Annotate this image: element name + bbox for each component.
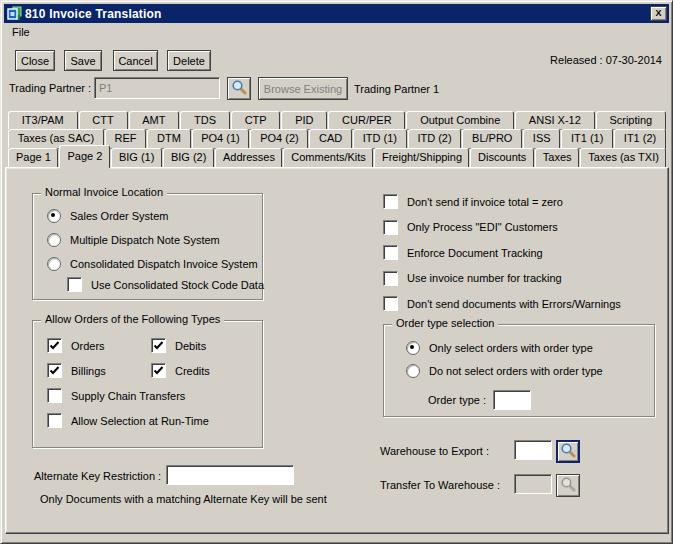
checkbox-debits[interactable]: [151, 338, 166, 353]
tab-amt[interactable]: AMT: [129, 111, 180, 130]
tab-scripting[interactable]: Scripting: [596, 111, 666, 130]
normal-invoice-location-group: Normal Invoice Location Sales Order Syst…: [32, 193, 263, 300]
checkbox-allow-selection-at-run-time[interactable]: [47, 413, 62, 428]
group-title: Order type selection: [392, 317, 498, 329]
order-type-input[interactable]: [493, 390, 531, 410]
checkbox-cell-credits[interactable]: Credits: [151, 363, 246, 378]
tab-it1-1[interactable]: IT1 (1): [561, 129, 613, 149]
transfer-to-warehouse-search-button[interactable]: [556, 474, 580, 497]
radio-row-multiple-dispatch[interactable]: Multiple Dispatch Note System: [47, 233, 262, 247]
radio-sales-order-system[interactable]: [47, 209, 61, 223]
tab-ctt[interactable]: CTT: [79, 111, 128, 130]
checkbox-row-allow-selection[interactable]: Allow Selection at Run-Time: [47, 413, 262, 428]
tab-itd-2[interactable]: ITD (2): [408, 129, 462, 149]
dialog-810-invoice-translation: 810 Invoice Translation X File Close Sav…: [0, 0, 673, 544]
checkbox-use-consolidated-stock-code-data[interactable]: [67, 277, 82, 292]
close-button[interactable]: Close: [15, 50, 55, 71]
transfer-to-warehouse-label: Transfer To Warehouse :: [380, 479, 500, 491]
tab-strip: IT3/PAM CTT AMT TDS CTP PID CUR/PER Outp…: [8, 111, 667, 168]
checkbox-row-supply-chain[interactable]: Supply Chain Transfers: [47, 388, 262, 403]
warehouse-to-export-search-button[interactable]: [556, 440, 580, 463]
radio-row-do-not-select[interactable]: Do not select orders with order type: [406, 364, 654, 378]
checkbox-credits[interactable]: [151, 363, 166, 378]
tab-iss[interactable]: ISS: [523, 129, 560, 149]
checkbox-dont-send-documents-with-errors-warnings[interactable]: [383, 296, 398, 311]
checkbox-cell-orders[interactable]: Orders: [47, 338, 142, 353]
radio-label: Consolidated Dispatch Invoice System: [70, 258, 258, 270]
tab-ansi-x12[interactable]: ANSI X-12: [515, 111, 595, 130]
radio-row-sales-order-system[interactable]: Sales Order System: [47, 209, 262, 223]
checkbox-label: Don't send documents with Errors/Warning…: [407, 298, 621, 310]
tab-cad[interactable]: CAD: [309, 129, 352, 149]
window-close-button[interactable]: X: [650, 6, 667, 21]
radio-multiple-dispatch-note-system[interactable]: [47, 233, 61, 247]
checkbox-row: Billings Credits: [47, 363, 262, 378]
checkbox-label: Only Process "EDI" Customers: [407, 221, 558, 233]
tab-ctp[interactable]: CTP: [231, 111, 281, 130]
radio-only-select-orders-with-order-type[interactable]: [406, 341, 420, 355]
radio-row-only-select[interactable]: Only select orders with order type: [406, 341, 654, 355]
cancel-button[interactable]: Cancel: [113, 50, 158, 71]
tab-po4-2[interactable]: PO4 (2): [250, 129, 308, 149]
alternate-key-restriction-label: Alternate Key Restriction :: [34, 470, 161, 482]
checkbox-label: Billings: [71, 365, 106, 377]
allow-orders-group: Allow Orders of the Following Types Orde…: [32, 320, 263, 448]
checkbox-label: Enforce Document Tracking: [407, 247, 543, 259]
tab-ref[interactable]: REF: [105, 129, 146, 149]
tab-cur-per[interactable]: CUR/PER: [328, 111, 405, 130]
checkbox-row-use-consolidated[interactable]: Use Consolidated Stock Code Data: [67, 277, 262, 292]
tab-tds[interactable]: TDS: [180, 111, 230, 130]
tab-itd-1[interactable]: ITD (1): [353, 129, 407, 149]
warehouse-to-export-label: Warehouse to Export :: [380, 445, 489, 457]
checkbox-label: Don't send if invoice total = zero: [407, 196, 563, 208]
checkbox-orders[interactable]: [47, 338, 62, 353]
save-button[interactable]: Save: [64, 50, 102, 71]
tab-page-1[interactable]: Page 1: [8, 148, 58, 168]
tab-discounts[interactable]: Discounts: [470, 148, 534, 168]
checkbox-row: Orders Debits: [47, 338, 262, 353]
checkbox-only-process-edi-customers[interactable]: [383, 220, 398, 235]
radio-consolidated-dispatch-invoice-system[interactable]: [47, 257, 61, 271]
checkbox-row-dont-send-zero[interactable]: Don't send if invoice total = zero: [383, 194, 621, 209]
checkbox-cell-debits[interactable]: Debits: [151, 338, 246, 353]
alternate-key-restriction-input[interactable]: [166, 465, 294, 485]
tab-taxes-as-txi[interactable]: Taxes (as TXI): [580, 148, 666, 168]
tab-output-combine[interactable]: Output Combine: [406, 111, 514, 130]
checkbox-enforce-document-tracking[interactable]: [383, 245, 398, 260]
checkbox-row-only-process-edi[interactable]: Only Process "EDI" Customers: [383, 220, 621, 235]
transfer-to-warehouse-input[interactable]: [514, 474, 552, 494]
checkbox-row-use-invoice-number[interactable]: Use invoice number for tracking: [383, 271, 621, 286]
tab-bl-pro[interactable]: BL/PRO: [462, 129, 522, 149]
checkbox-cell-billings[interactable]: Billings: [47, 363, 142, 378]
tab-comments-kits[interactable]: Comments/Kits: [283, 148, 373, 168]
trading-partner-input[interactable]: [94, 77, 220, 99]
checkbox-dont-send-if-invoice-total-zero[interactable]: [383, 194, 398, 209]
page-2-panel: Normal Invoice Location Sales Order Syst…: [5, 167, 669, 534]
tab-taxes[interactable]: Taxes: [535, 148, 579, 168]
checkbox-label: Orders: [71, 340, 105, 352]
radio-do-not-select-orders-with-order-type[interactable]: [406, 364, 420, 378]
checkbox-row-dont-send-errors[interactable]: Don't send documents with Errors/Warning…: [383, 296, 621, 311]
tab-freight-shipping[interactable]: Freight/Shipping: [374, 148, 469, 168]
menu-bar: File: [5, 24, 668, 42]
tab-it3-pam[interactable]: IT3/PAM: [8, 111, 78, 130]
tab-po4-1[interactable]: PO4 (1): [192, 129, 250, 149]
checkbox-row-enforce-document-tracking[interactable]: Enforce Document Tracking: [383, 245, 621, 260]
title-bar[interactable]: 810 Invoice Translation X: [4, 4, 669, 23]
warehouse-to-export-input[interactable]: [514, 440, 552, 460]
browse-existing-button[interactable]: Browse Existing: [258, 77, 348, 100]
tab-it1-2[interactable]: IT1 (2): [614, 129, 666, 149]
tab-big-2[interactable]: BIG (2): [163, 148, 214, 168]
checkbox-supply-chain-transfers[interactable]: [47, 388, 62, 403]
tab-pid[interactable]: PID: [281, 111, 327, 130]
trading-partner-search-button[interactable]: [227, 77, 251, 100]
tab-addresses[interactable]: Addresses: [215, 148, 282, 168]
radio-row-consolidated-dispatch[interactable]: Consolidated Dispatch Invoice System: [47, 257, 262, 271]
checkbox-billings[interactable]: [47, 363, 62, 378]
checkbox-use-invoice-number-for-tracking[interactable]: [383, 271, 398, 286]
delete-button[interactable]: Delete: [167, 50, 211, 71]
tab-dtm[interactable]: DTM: [147, 129, 190, 149]
tab-big-1[interactable]: BIG (1): [111, 148, 162, 168]
menu-file[interactable]: File: [5, 24, 37, 40]
tab-page-2[interactable]: Page 2: [59, 145, 109, 168]
